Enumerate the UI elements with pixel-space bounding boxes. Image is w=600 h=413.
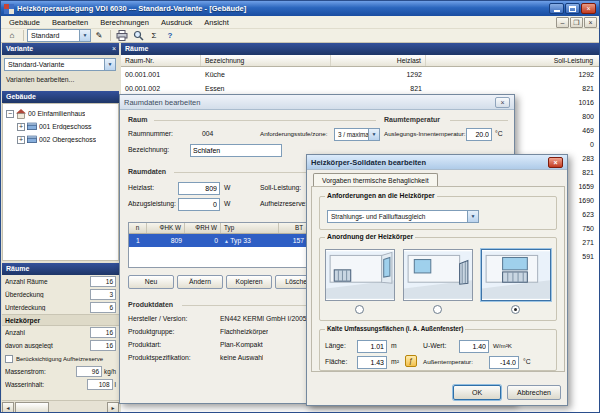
- scroll-left-icon[interactable]: ◄: [2, 402, 14, 413]
- flaeche-input[interactable]: [357, 356, 387, 369]
- variant-combobox[interactable]: Standard ▼: [27, 29, 91, 42]
- varianten-bearbeiten-link[interactable]: Varianten bearbeiten...: [6, 76, 74, 83]
- anforderungen-combobox[interactable]: Strahlungs- und Fallluftausgleich ▼: [327, 210, 479, 223]
- anordnung-option-2-image[interactable]: [403, 249, 473, 301]
- mdi-restore-button[interactable]: ❐: [570, 17, 583, 28]
- hk-action-button[interactable]: Neu: [128, 275, 174, 289]
- table-row[interactable]: 00.001.002 Essen 821 821: [121, 81, 600, 95]
- hk-column-header[interactable]: Typ: [221, 223, 279, 233]
- close-icon: ×: [500, 99, 504, 106]
- chevron-down-icon[interactable]: ▼: [79, 30, 90, 41]
- anforderungen-value: Strahlungs- und Fallluftausgleich: [331, 213, 425, 220]
- floor-icon: [27, 122, 37, 131]
- hk-column-header[interactable]: ΦRH W: [185, 223, 221, 233]
- menu-item[interactable]: Berechnungen: [94, 18, 155, 27]
- stat-value: 16: [90, 276, 116, 287]
- dialog-close-button[interactable]: ×: [495, 97, 510, 108]
- dialog-close-button[interactable]: ×: [548, 157, 563, 168]
- chevron-down-icon[interactable]: ▼: [368, 129, 379, 140]
- anordnung-option-1-radio[interactable]: [355, 305, 364, 314]
- uwert-input[interactable]: [459, 340, 489, 353]
- application-window: Heizkörperauslegung VDI 6030 --- Standar…: [0, 0, 600, 413]
- cell-soll-leistung: 821: [426, 85, 600, 92]
- variante-combobox-value: Standard-Variante: [8, 61, 64, 68]
- horizontal-scrollbar[interactable]: ◄ ►: [2, 400, 119, 413]
- produkt-value: keine Auswahl: [220, 354, 263, 361]
- anordnung-option-1-image[interactable]: [325, 249, 395, 301]
- anordnung-option-2-radio[interactable]: [433, 305, 442, 314]
- close-button[interactable]: ×: [581, 3, 596, 14]
- aussentemp-unit: °C: [523, 358, 531, 365]
- wasserinhalt-row: Wasserinhalt: 108 l: [2, 378, 119, 391]
- column-header[interactable]: Raum-Nr.: [121, 55, 201, 66]
- laenge-label: Länge:: [325, 342, 346, 349]
- cell-bezeichnung: Küche: [201, 71, 331, 78]
- menu-bar: GebäudeBearbeitenBerechnungenAusdruckAns…: [1, 16, 599, 29]
- raeume-table-title: Räume: [125, 45, 148, 52]
- calculate-icon[interactable]: Σ: [147, 30, 161, 42]
- anforderung-combobox[interactable]: 3 / maximal ▼: [334, 128, 380, 141]
- scrollbar-thumb[interactable]: [15, 402, 49, 413]
- cancel-button[interactable]: Abbrechen: [507, 385, 561, 400]
- column-header[interactable]: Soll-Leistung: [426, 55, 600, 66]
- aussentemp-input[interactable]: [489, 356, 519, 369]
- panel-close-icon[interactable]: ×: [112, 43, 116, 55]
- print-icon[interactable]: [115, 30, 129, 42]
- cell-soll-leistung: 1292: [426, 71, 600, 78]
- expand-icon[interactable]: +: [17, 123, 25, 131]
- ok-button[interactable]: OK: [453, 385, 501, 400]
- collapse-icon[interactable]: −: [6, 110, 14, 118]
- tree-item-building[interactable]: − 00 Einfamilienhaus: [6, 107, 118, 120]
- hk-column-header[interactable]: n: [129, 223, 147, 233]
- innentemp-input[interactable]: [466, 128, 492, 141]
- column-header[interactable]: Bezeichnung: [201, 55, 331, 66]
- anordnung-option-3-radio[interactable]: [511, 305, 520, 314]
- laenge-input[interactable]: [357, 340, 387, 353]
- hk-column-header[interactable]: BT: [279, 223, 307, 233]
- mdi-close-button[interactable]: ×: [584, 17, 597, 28]
- maximize-button[interactable]: [565, 3, 580, 14]
- mdi-minimize-button[interactable]: –: [556, 17, 569, 28]
- chevron-down-icon[interactable]: ▼: [467, 211, 478, 222]
- minimize-button[interactable]: [549, 3, 564, 14]
- heizlast-input[interactable]: [178, 182, 220, 195]
- calc-icon[interactable]: ƒ: [405, 355, 417, 367]
- floor-icon: [27, 135, 37, 144]
- building-icon[interactable]: ⌂: [5, 30, 19, 42]
- bezeichnung-input[interactable]: [190, 144, 282, 157]
- produkt-label: Produktart:: [128, 341, 220, 348]
- menu-item[interactable]: Gebäude: [3, 18, 46, 27]
- hk-action-button[interactable]: Kopieren: [226, 275, 272, 289]
- hk-column-header[interactable]: ΦHK W: [147, 223, 185, 233]
- aufheizreserve-checkbox[interactable]: [5, 355, 13, 363]
- menu-item[interactable]: Ausdruck: [155, 18, 198, 27]
- edit-variant-icon[interactable]: ✎: [92, 30, 106, 42]
- column-header[interactable]: Heizlast: [331, 55, 426, 66]
- raeume-stats-title: Räume: [6, 265, 29, 272]
- menu-item[interactable]: Ansicht: [198, 18, 235, 27]
- chevron-down-icon[interactable]: ▼: [104, 59, 115, 70]
- help-icon[interactable]: ?: [163, 30, 177, 42]
- print-preview-icon[interactable]: [131, 30, 145, 42]
- variante-combobox[interactable]: Standard-Variante ▼: [4, 58, 116, 71]
- variant-combobox-value: Standard: [31, 32, 59, 39]
- cell-bezeichnung: Essen: [201, 85, 331, 92]
- tree-item-label: 001 Erdgeschoss: [39, 123, 92, 130]
- dialog-title-bar: Raumdaten bearbeiten ×: [120, 95, 514, 110]
- expand-icon[interactable]: +: [17, 136, 25, 144]
- tab-vorgaben[interactable]: Vorgaben thermische Behaglichkeit: [313, 173, 438, 187]
- solldaten-dialog: Heizkörper-Solldaten bearbeiten × Vorgab…: [306, 154, 568, 406]
- tree-item-floor[interactable]: + 002 Obergeschoss: [6, 133, 118, 146]
- tree-item-floor[interactable]: + 001 Erdgeschoss: [6, 120, 118, 133]
- scroll-right-icon[interactable]: ►: [107, 402, 119, 413]
- menu-item[interactable]: Bearbeiten: [46, 18, 94, 27]
- flaeche-label: Fläche:: [325, 358, 347, 365]
- stat-row: Anzahl 16: [2, 326, 119, 339]
- table-row[interactable]: 00.001.001 Küche 1292 1292: [121, 67, 600, 81]
- wasserinhalt-label: Wasserinhalt:: [5, 381, 87, 388]
- hk-action-button[interactable]: Ändern: [177, 275, 223, 289]
- wasserinhalt-unit: l: [115, 381, 116, 388]
- close-icon: ×: [553, 159, 557, 166]
- abzug-input[interactable]: [178, 198, 220, 211]
- anordnung-option-3-image[interactable]: [481, 249, 551, 301]
